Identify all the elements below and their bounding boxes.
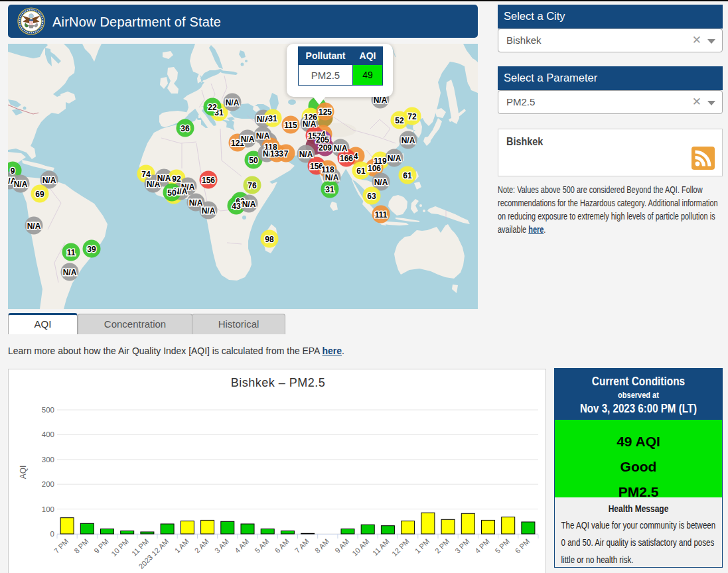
- svg-text:61: 61: [403, 171, 412, 180]
- svg-text:N/A: N/A: [63, 268, 77, 277]
- svg-text:N/A: N/A: [374, 178, 388, 187]
- svg-text:300: 300: [42, 456, 54, 464]
- svg-text:5 AM: 5 AM: [253, 537, 270, 554]
- svg-text:10 PM: 10 PM: [109, 537, 130, 558]
- svg-text:N/A: N/A: [242, 200, 256, 209]
- svg-text:N/A: N/A: [256, 131, 270, 141]
- svg-text:8 PM: 8 PM: [72, 537, 90, 555]
- svg-text:63: 63: [367, 192, 376, 201]
- svg-text:111: 111: [375, 210, 388, 220]
- svg-text:N/A: N/A: [202, 206, 216, 216]
- svg-text:N/A: N/A: [334, 144, 348, 153]
- svg-text:72: 72: [407, 112, 417, 121]
- svg-text:N/A: N/A: [401, 136, 415, 145]
- svg-text:209: 209: [319, 143, 332, 153]
- svg-text:400: 400: [42, 430, 54, 438]
- svg-text:N/A: N/A: [241, 135, 255, 144]
- svg-text:74: 74: [141, 170, 151, 179]
- svg-text:7: 7: [284, 149, 289, 159]
- svg-text:76: 76: [248, 181, 257, 190]
- svg-text:36: 36: [181, 124, 190, 133]
- svg-text:2 AM: 2 AM: [193, 537, 210, 554]
- svg-text:4 PM: 4 PM: [473, 537, 491, 555]
- svg-text:N/A: N/A: [299, 150, 313, 159]
- svg-text:43: 43: [232, 202, 241, 211]
- svg-text:N/A: N/A: [14, 180, 28, 189]
- svg-text:N/A: N/A: [226, 98, 240, 107]
- svg-text:100: 100: [42, 505, 54, 513]
- svg-text:106: 106: [368, 164, 381, 173]
- svg-text:11 AM: 11 AM: [371, 537, 391, 557]
- svg-text:1 PM: 1 PM: [413, 537, 431, 555]
- svg-text:31: 31: [268, 114, 277, 123]
- svg-text:115: 115: [284, 121, 297, 130]
- svg-text:N/A: N/A: [325, 173, 339, 182]
- svg-text:8 AM: 8 AM: [313, 537, 330, 554]
- svg-text:0: 0: [50, 530, 54, 538]
- svg-text:6 AM: 6 AM: [273, 537, 291, 554]
- svg-text:52: 52: [395, 116, 404, 125]
- svg-text:156: 156: [202, 176, 215, 185]
- svg-text:3 AM: 3 AM: [213, 537, 230, 554]
- svg-text:AQI: AQI: [19, 466, 28, 479]
- svg-text:12 PM: 12 PM: [390, 537, 411, 558]
- svg-text:3 PM: 3 PM: [453, 537, 471, 555]
- svg-text:69: 69: [35, 190, 44, 199]
- svg-text:50: 50: [167, 188, 177, 198]
- svg-text:31: 31: [325, 185, 334, 194]
- svg-text:92: 92: [172, 174, 181, 184]
- svg-text:61: 61: [356, 166, 366, 176]
- svg-text:98: 98: [265, 235, 274, 244]
- svg-text:N/A: N/A: [388, 154, 401, 163]
- svg-text:7 PM: 7 PM: [52, 537, 70, 555]
- svg-text:1 AM: 1 AM: [173, 537, 190, 554]
- svg-text:50: 50: [249, 156, 258, 165]
- svg-text:5 PM: 5 PM: [493, 537, 511, 555]
- svg-text:N/A: N/A: [303, 119, 317, 129]
- svg-text:166: 166: [340, 154, 353, 163]
- svg-text:N/A: N/A: [42, 176, 56, 185]
- svg-text:10 AM: 10 AM: [350, 537, 371, 558]
- svg-text:Bishkek – PM2.5: Bishkek – PM2.5: [231, 376, 326, 389]
- svg-text:N/A: N/A: [189, 198, 203, 208]
- svg-text:11: 11: [67, 248, 76, 257]
- svg-text:200: 200: [42, 480, 54, 488]
- svg-text:6 PM: 6 PM: [514, 537, 532, 555]
- svg-text:N/A: N/A: [27, 222, 41, 231]
- svg-text:500: 500: [42, 406, 54, 414]
- svg-text:N/A: N/A: [157, 174, 171, 183]
- svg-text:22: 22: [208, 103, 217, 112]
- svg-text:39: 39: [87, 245, 96, 254]
- svg-text:4: 4: [354, 152, 358, 161]
- svg-text:125: 125: [319, 107, 332, 117]
- svg-text:4 AM: 4 AM: [233, 537, 250, 554]
- svg-text:9: 9: [11, 166, 15, 176]
- svg-text:2 PM: 2 PM: [433, 537, 451, 555]
- svg-text:9 PM: 9 PM: [92, 537, 110, 555]
- svg-text:7 AM: 7 AM: [293, 537, 311, 554]
- svg-text:133: 133: [270, 149, 283, 159]
- svg-text:9 AM: 9 AM: [333, 537, 350, 554]
